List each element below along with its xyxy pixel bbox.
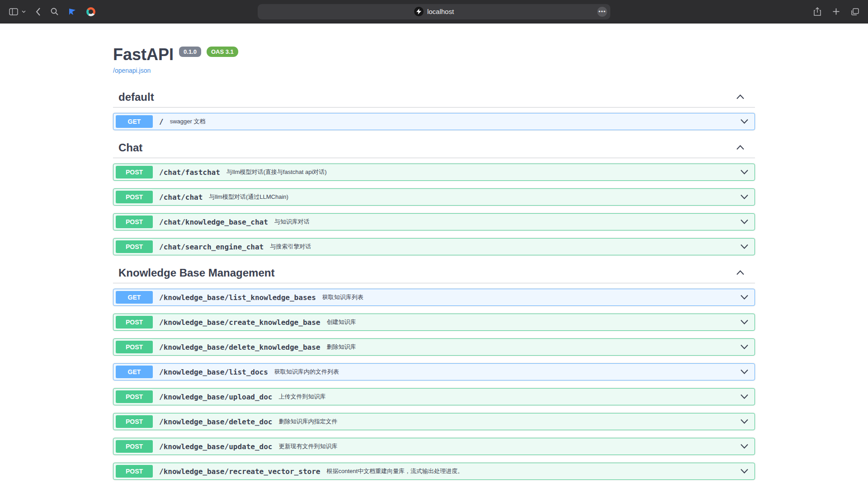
- page-settings-icon[interactable]: •••: [597, 7, 607, 17]
- search-button[interactable]: [50, 7, 59, 16]
- operation-summary: 删除知识库内指定文件: [278, 418, 337, 426]
- back-button[interactable]: [35, 7, 42, 17]
- operation-summary: 创建知识库: [326, 318, 356, 326]
- chevron-down-icon: [741, 294, 748, 301]
- operation-row[interactable]: POST /knowledge_base/recreate_vector_sto…: [113, 463, 755, 480]
- method-badge: POST: [116, 341, 153, 353]
- search-icon: [51, 8, 58, 15]
- operation-row[interactable]: POST /chat/chat 与llm模型对话(通过LLMChain): [113, 188, 755, 206]
- api-section: default GET / swagger 文档: [113, 87, 755, 130]
- expand-operation-button[interactable]: [736, 118, 748, 125]
- collapse-section-button[interactable]: [736, 145, 744, 151]
- expand-operation-button[interactable]: [736, 468, 748, 475]
- address-bar[interactable]: localhost •••: [258, 4, 610, 19]
- chevron-up-icon: [736, 270, 744, 277]
- operation-path: /chat/knowledge_base_chat: [159, 218, 268, 226]
- operation-summary: 与llm模型对话(直接与fastchat api对话): [226, 168, 327, 176]
- expand-operation-button[interactable]: [736, 194, 748, 201]
- operation-row[interactable]: POST /knowledge_base/delete_knowledge_ba…: [113, 338, 755, 356]
- extension-button-2[interactable]: [85, 6, 96, 17]
- section-header[interactable]: default: [113, 87, 755, 108]
- method-badge: POST: [116, 316, 153, 328]
- sidebar-menu-chevron-button[interactable]: [21, 9, 27, 14]
- chevron-down-icon: [741, 394, 748, 400]
- expand-operation-button[interactable]: [736, 369, 748, 375]
- method-badge: GET: [116, 366, 153, 378]
- method-badge: POST: [116, 240, 153, 253]
- chevron-down-icon: [741, 244, 748, 250]
- chevron-down-icon: [741, 369, 748, 375]
- section-title: Chat: [118, 141, 142, 154]
- operation-row[interactable]: POST /knowledge_base/create_knowledge_ba…: [113, 314, 755, 331]
- expand-operation-button[interactable]: [736, 219, 748, 225]
- chevron-down-icon: [741, 468, 748, 475]
- method-badge: GET: [116, 115, 153, 128]
- chevron-down-icon: [741, 169, 748, 176]
- operation-path: /: [159, 117, 164, 126]
- section-title: default: [118, 91, 154, 103]
- swagger-page: FastAPI 0.1.0 OAS 3.1 /openapi.json defa…: [0, 23, 868, 488]
- operation-row[interactable]: GET / swagger 文档: [113, 113, 755, 130]
- openapi-spec-link[interactable]: /openapi.json: [113, 67, 151, 74]
- chevron-down-icon: [741, 319, 748, 326]
- expand-operation-button[interactable]: [736, 418, 748, 425]
- operation-path: /knowledge_base/recreate_vector_store: [159, 467, 320, 476]
- operation-summary: swagger 文档: [170, 117, 206, 126]
- method-badge: POST: [116, 390, 153, 403]
- oas-badge: OAS 3.1: [207, 47, 238, 57]
- operation-row[interactable]: POST /chat/search_engine_chat 与搜索引擎对话: [113, 238, 755, 255]
- chevron-up-icon: [736, 94, 744, 101]
- expand-operation-button[interactable]: [736, 169, 748, 176]
- expand-operation-button[interactable]: [736, 394, 748, 400]
- expand-operation-button[interactable]: [736, 294, 748, 301]
- operation-path: /knowledge_base/list_docs: [159, 368, 268, 376]
- back-icon: [36, 8, 41, 16]
- blue-extension-icon: [68, 8, 76, 16]
- operation-summary: 删除知识库: [326, 343, 356, 351]
- operation-path: /knowledge_base/create_knowledge_base: [159, 318, 320, 327]
- section-operations: GET /knowledge_base/list_knowledge_bases…: [113, 289, 755, 480]
- recorder-extension-icon: [86, 7, 95, 16]
- browser-toolbar: localhost •••: [0, 0, 868, 23]
- operation-row[interactable]: GET /knowledge_base/list_knowledge_bases…: [113, 289, 755, 306]
- section-operations: POST /chat/fastchat 与llm模型对话(直接与fastchat…: [113, 164, 755, 255]
- operation-row[interactable]: POST /chat/fastchat 与llm模型对话(直接与fastchat…: [113, 164, 755, 181]
- expand-operation-button[interactable]: [736, 319, 748, 326]
- expand-operation-button[interactable]: [736, 244, 748, 250]
- chevron-down-icon: [741, 219, 748, 225]
- sidebar-toggle-button[interactable]: [8, 7, 19, 16]
- operation-path: /chat/search_engine_chat: [159, 243, 264, 251]
- chevron-down-icon: [22, 10, 26, 13]
- sidebar-toggle-icon: [9, 8, 18, 15]
- collapse-section-button[interactable]: [736, 270, 744, 277]
- section-title: Knowledge Base Management: [118, 267, 274, 279]
- operation-row[interactable]: POST /knowledge_base/delete_doc 删除知识库内指定…: [113, 413, 755, 430]
- chevron-down-icon: [741, 344, 748, 351]
- site-favicon-icon: [414, 7, 424, 16]
- expand-operation-button[interactable]: [736, 344, 748, 351]
- collapse-section-button[interactable]: [736, 94, 744, 101]
- share-icon: [814, 7, 821, 16]
- operation-row[interactable]: POST /chat/knowledge_base_chat 与知识库对话: [113, 213, 755, 230]
- expand-operation-button[interactable]: [736, 443, 748, 450]
- api-section: Chat POST /chat/fastchat 与llm模型对话(直接与fas…: [113, 138, 755, 255]
- operation-summary: 获取知识库内的文件列表: [274, 368, 339, 376]
- share-button[interactable]: [813, 6, 822, 17]
- method-badge: POST: [116, 166, 153, 178]
- section-header[interactable]: Knowledge Base Management: [113, 263, 755, 283]
- address-url-text: localhost: [427, 8, 454, 15]
- operation-path: /knowledge_base/delete_doc: [159, 418, 272, 426]
- operation-row[interactable]: GET /knowledge_base/list_docs 获取知识库内的文件列…: [113, 363, 755, 380]
- operation-row[interactable]: POST /knowledge_base/update_doc 更新现有文件到知…: [113, 438, 755, 455]
- tab-overview-button[interactable]: [850, 7, 860, 16]
- operation-path: /chat/fastchat: [159, 168, 220, 177]
- new-tab-button[interactable]: [832, 7, 840, 16]
- method-badge: GET: [116, 291, 153, 304]
- method-badge: POST: [116, 191, 153, 203]
- operation-path: /knowledge_base/list_knowledge_bases: [159, 293, 316, 302]
- section-header[interactable]: Chat: [113, 138, 755, 158]
- chevron-down-icon: [741, 418, 748, 425]
- operation-row[interactable]: POST /knowledge_base/upload_doc 上传文件到知识库: [113, 388, 755, 405]
- extension-button-1[interactable]: [67, 7, 77, 17]
- plus-icon: [833, 8, 840, 15]
